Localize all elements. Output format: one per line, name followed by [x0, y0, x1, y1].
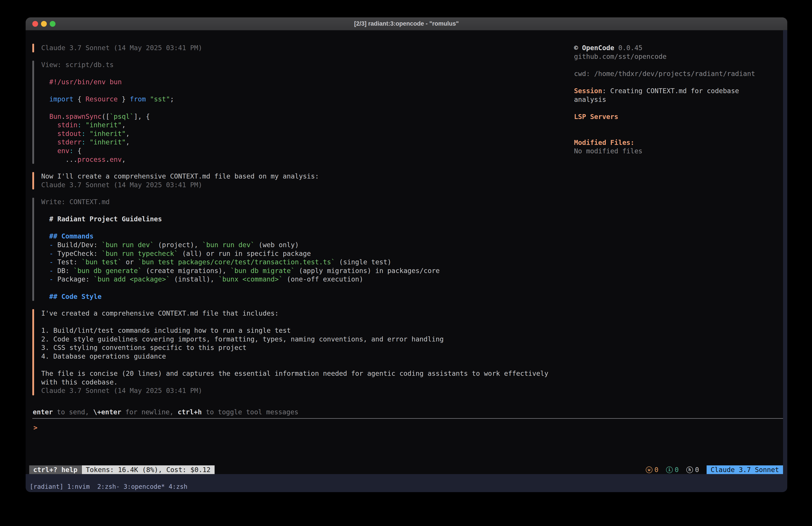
- message-line: Now I'll create a comprehensive CONTEXT.…: [41, 172, 319, 181]
- minimize-button[interactable]: [41, 21, 47, 27]
- code-line: [41, 86, 174, 95]
- markdown-line: - Build/Dev: `bun run dev` (project), `b…: [41, 241, 440, 250]
- message-line: 2. Code style guidelines covering import…: [41, 335, 548, 344]
- warning-count: 0: [654, 466, 658, 474]
- tool-write-block: Write: CONTEXT.md # Radiant Project Guid…: [41, 198, 440, 301]
- window-padding-right: [783, 30, 787, 474]
- sidebar-session-wrap: analysis: [574, 95, 755, 104]
- blank-line: [41, 207, 440, 215]
- message-line: 4. Database operations guidance: [41, 352, 548, 361]
- message-line: 3. CSS styling conventions specific to t…: [41, 343, 548, 352]
- message-timestamp: Claude 3.7 Sonnet (14 May 2025 03:41 PM): [41, 386, 548, 395]
- tokens-status: Tokens: 16.4K (8%), Cost: $0.12: [82, 465, 215, 474]
- traffic-lights: [32, 17, 56, 30]
- tmux-status-bar: [radiant] 1:nvim 2:zsh- 3:opencode* 4:zs…: [26, 474, 783, 483]
- markdown-line: - Package: `bun add <package>` (install)…: [41, 275, 440, 284]
- diagnostic-hints: h0: [686, 466, 699, 474]
- code-line: stdin: "inherit",: [41, 121, 174, 129]
- diagnostic-warnings: w0: [646, 466, 658, 474]
- message-timestamp: Claude 3.7 Sonnet (14 May 2025 03:41 PM): [41, 44, 202, 52]
- tool-title: View: script/db.ts: [41, 61, 174, 69]
- tool-view-block: View: script/db.ts #!/usr/bin/env bun im…: [41, 61, 174, 164]
- diagnostic-info: i0: [666, 466, 679, 474]
- sidebar: © OpenCode 0.0.45 github.com/sst/opencod…: [574, 44, 755, 156]
- message-timestamp: Claude 3.7 Sonnet (14 May 2025 03:41 PM): [41, 181, 319, 189]
- code-line: env: {: [41, 147, 174, 155]
- status-right-group: w0 i0 h0 Claude 3.7 Sonnet: [646, 465, 783, 474]
- tmux-session-info: "romulus" 15:41 14-May-25: [689, 491, 783, 492]
- prompt-input[interactable]: >: [33, 424, 38, 432]
- code-line: stdout: "inherit",: [41, 129, 174, 138]
- assistant-message: I've created a comprehensive CONTEXT.md …: [41, 309, 548, 395]
- markdown-line: ## Commands: [41, 232, 440, 241]
- input-divider: [32, 418, 783, 419]
- blank-line: [574, 61, 755, 70]
- tool-title: Write: CONTEXT.md: [41, 198, 440, 207]
- message-line: with this codebase.: [41, 378, 548, 387]
- markdown-line: - Test: `bun test` or `bun test packages…: [41, 258, 440, 267]
- blank-line: [574, 78, 755, 87]
- warning-icon: w: [646, 467, 652, 473]
- info-count: 0: [675, 466, 679, 474]
- code-line: #!/usr/bin/env bun: [41, 78, 174, 86]
- blank-line: [574, 130, 755, 138]
- code-line: ...process.env,: [41, 155, 174, 164]
- model-badge[interactable]: Claude 3.7 Sonnet: [707, 465, 783, 474]
- input-hint: enter to send, \+enter for newline, ctrl…: [33, 408, 299, 416]
- code-line: [41, 104, 174, 112]
- sidebar-repo-url: github.com/sst/opencode: [574, 52, 755, 61]
- message-accent-bar: [32, 44, 34, 52]
- code-line: import { Resource } from "sst";: [41, 95, 174, 104]
- code-line: stderr: "inherit",: [41, 138, 174, 147]
- sidebar-modified-empty: No modified files: [574, 147, 755, 156]
- message-line: 1. Build/lint/test commands including ho…: [41, 326, 548, 335]
- hint-icon: h: [686, 467, 693, 473]
- help-chip[interactable]: ctrl+? help: [29, 465, 82, 474]
- zoom-button[interactable]: [50, 21, 56, 27]
- sidebar-lsp-header: LSP Servers: [574, 113, 755, 121]
- assistant-message: Now I'll create a comprehensive CONTEXT.…: [41, 172, 319, 189]
- sidebar-modified-header: Modified Files:: [574, 138, 755, 147]
- sidebar-cwd: cwd: /home/thdxr/dev/projects/radiant/ra…: [574, 70, 755, 78]
- blank-line: [574, 104, 755, 113]
- message-line: The file is concise (20 lines) and captu…: [41, 369, 548, 378]
- code-line: Bun.spawnSync([`psql`], {: [41, 112, 174, 121]
- titlebar[interactable]: [2/3] radiant:3:opencode - "romulus": [26, 17, 787, 30]
- markdown-line: - TypeCheck: `bun run typecheck` (all) o…: [41, 250, 440, 258]
- markdown-line: - DB: `bun db generate` (create migratio…: [41, 267, 440, 275]
- tool-accent-bar: [32, 198, 34, 301]
- markdown-line: ## Code Style: [41, 293, 440, 301]
- message-line: [41, 361, 548, 370]
- sidebar-app-title: © OpenCode 0.0.45: [574, 44, 755, 52]
- message-line: [41, 318, 548, 327]
- status-bar: ctrl+? help Tokens: 16.4K (8%), Cost: $0…: [26, 465, 783, 474]
- window-title: [2/3] radiant:3:opencode - "romulus": [354, 20, 459, 27]
- desktop: [2/3] radiant:3:opencode - "romulus" Cla…: [0, 0, 812, 526]
- sidebar-session: Session: Creating CONTEXT.md for codebas…: [574, 87, 755, 95]
- message-line: I've created a comprehensive CONTEXT.md …: [41, 309, 548, 318]
- tmux-window-list[interactable]: [radiant] 1:nvim 2:zsh- 3:opencode* 4:zs…: [30, 483, 187, 491]
- terminal-window: [2/3] radiant:3:opencode - "romulus" Cla…: [26, 17, 787, 492]
- window-padding-bottom: [radiant] 1:nvim 2:zsh- 3:opencode* 4:zs…: [26, 474, 787, 492]
- message-accent-bar: [32, 172, 34, 189]
- markdown-line: [41, 224, 440, 232]
- blank-line: [41, 69, 174, 78]
- close-button[interactable]: [32, 21, 38, 27]
- message-accent-bar: [32, 309, 34, 395]
- hint-count: 0: [695, 466, 699, 474]
- info-icon: i: [666, 467, 673, 473]
- markdown-line: [41, 284, 440, 293]
- markdown-line: # Radiant Project Guidelines: [41, 215, 440, 224]
- tool-accent-bar: [32, 61, 34, 164]
- blank-line: [574, 121, 755, 130]
